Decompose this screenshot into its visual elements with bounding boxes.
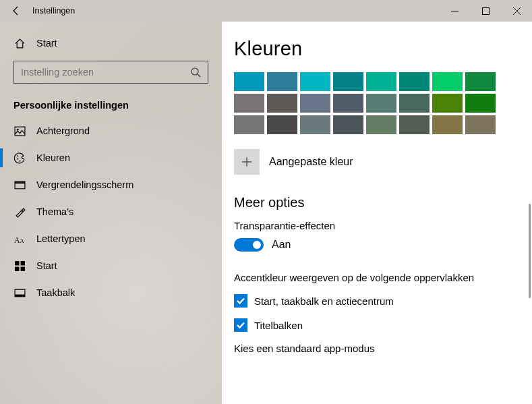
color-swatch[interactable] (366, 94, 396, 113)
sidebar-item-start[interactable]: Start (0, 252, 222, 279)
font-icon: AA (13, 233, 26, 245)
svg-rect-12 (20, 261, 24, 265)
color-swatch[interactable] (432, 94, 463, 113)
svg-point-3 (16, 128, 18, 130)
svg-point-4 (17, 155, 18, 156)
sidebar-item-label: Start (36, 260, 57, 271)
page-title: Kleuren (234, 38, 532, 60)
window-title: Instellingen (32, 6, 75, 16)
sidebar-item-lettertypen[interactable]: AALettertypen (0, 225, 222, 252)
transparency-label: Transparantie-effecten (234, 220, 532, 231)
color-swatch[interactable] (366, 72, 396, 91)
back-button[interactable] (0, 0, 32, 22)
svg-point-1 (191, 68, 198, 75)
close-button[interactable] (501, 0, 532, 22)
color-swatch[interactable] (300, 94, 330, 113)
accent-surfaces-header: Accentkleur weergeven op de volgende opp… (234, 272, 532, 283)
color-swatch[interactable] (333, 72, 363, 91)
color-swatch[interactable] (234, 72, 264, 91)
color-swatch[interactable] (300, 115, 330, 134)
sidebar-item-taakbalk[interactable]: Taakbalk (0, 279, 222, 306)
color-swatch[interactable] (432, 115, 463, 134)
color-swatch[interactable] (399, 115, 430, 134)
color-swatch[interactable] (234, 94, 264, 113)
checkbox-label: Titelbalken (254, 320, 303, 331)
checkbox-icon (234, 318, 247, 332)
color-swatch[interactable] (234, 115, 264, 134)
svg-rect-8 (15, 181, 25, 183)
sidebar-item-thema-s[interactable]: Thema's (0, 198, 222, 225)
color-swatch[interactable] (399, 94, 430, 113)
color-swatch[interactable] (465, 115, 496, 134)
color-swatch[interactable] (465, 72, 496, 91)
plus-icon (234, 149, 260, 175)
themes-icon (13, 206, 26, 218)
color-swatch[interactable] (465, 94, 496, 113)
color-swatch[interactable] (432, 72, 463, 91)
title-bar: Instellingen (0, 0, 532, 22)
checkbox-label: Start, taakbalk en actiecentrum (254, 295, 394, 307)
svg-rect-0 (482, 7, 489, 14)
svg-rect-2 (15, 127, 25, 136)
color-swatch[interactable] (267, 72, 297, 91)
more-options-header: Meer opties (234, 195, 532, 210)
group-header: Persoonlijke instellingen (0, 96, 222, 117)
color-swatch[interactable] (366, 115, 396, 134)
sidebar-item-label: Thema's (36, 206, 73, 217)
svg-rect-14 (20, 266, 24, 270)
sidebar: Start Persoonlijke instellingen Achtergr… (0, 22, 222, 404)
svg-rect-11 (15, 261, 19, 265)
content-area: Kleuren Aangepaste kleur Meer opties Tra… (222, 22, 532, 404)
sidebar-item-label: Kleuren (36, 152, 70, 163)
checkbox-start-taskbar[interactable]: Start, taakbalk en actiecentrum (234, 294, 532, 308)
palette-row (234, 94, 532, 113)
search-box[interactable] (13, 61, 208, 84)
color-swatch[interactable] (267, 115, 297, 134)
search-icon (190, 67, 201, 78)
app-mode-label: Kies een standaard app-modus (234, 343, 532, 354)
custom-color-button[interactable]: Aangepaste kleur (234, 149, 532, 175)
body: Start Persoonlijke instellingen Achtergr… (0, 22, 532, 404)
window-controls (439, 0, 532, 22)
svg-text:A: A (20, 237, 24, 243)
toggle-state: Aan (272, 239, 291, 251)
sidebar-item-label: Taakbalk (36, 287, 75, 298)
color-swatch[interactable] (267, 94, 297, 113)
color-swatch[interactable] (333, 94, 363, 113)
svg-rect-13 (15, 266, 19, 270)
home-button[interactable]: Start (0, 30, 222, 57)
minimize-button[interactable] (439, 0, 470, 22)
palette-row (234, 72, 532, 91)
svg-rect-16 (15, 294, 25, 296)
sidebar-item-label: Vergrendelingsscherm (36, 179, 134, 190)
sidebar-item-achtergrond[interactable]: Achtergrond (0, 117, 222, 144)
svg-point-6 (19, 160, 20, 161)
sidebar-item-label: Achtergrond (36, 125, 90, 136)
scrollbar-thumb[interactable] (529, 204, 531, 298)
transparency-toggle-row: Aan (234, 238, 532, 252)
home-icon (13, 37, 26, 49)
checkbox-titlebars[interactable]: Titelbalken (234, 318, 532, 332)
taskbar-icon (13, 287, 26, 299)
color-swatch[interactable] (300, 72, 330, 91)
svg-point-5 (17, 158, 18, 159)
sidebar-item-label: Lettertypen (36, 233, 86, 244)
picture-icon (13, 125, 26, 137)
search-input[interactable] (21, 67, 190, 78)
color-swatch[interactable] (333, 115, 363, 134)
sidebar-item-vergrendelingsscherm[interactable]: Vergrendelingsscherm (0, 171, 222, 198)
color-swatch[interactable] (399, 72, 430, 91)
checkbox-icon (234, 294, 247, 308)
lock-screen-icon (13, 179, 26, 191)
palette-icon (13, 152, 26, 164)
transparency-toggle[interactable] (234, 238, 264, 252)
sidebar-item-kleuren[interactable]: Kleuren (0, 144, 222, 171)
color-palette (234, 72, 532, 134)
arrow-left-icon (11, 5, 22, 16)
palette-row (234, 115, 532, 134)
home-label: Start (36, 38, 57, 49)
toggle-knob (253, 241, 261, 249)
custom-color-label: Aangepaste kleur (269, 156, 353, 168)
maximize-button[interactable] (470, 0, 501, 22)
start-menu-icon (13, 260, 26, 272)
